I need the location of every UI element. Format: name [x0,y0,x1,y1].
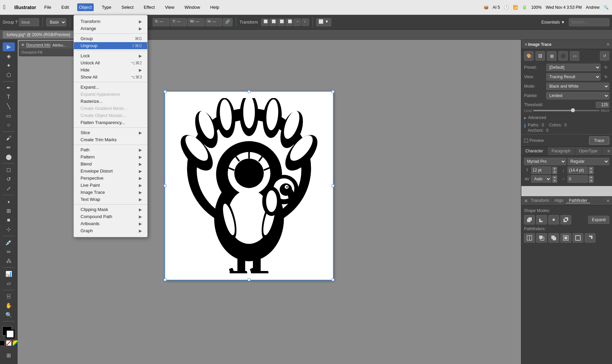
gradient-tool[interactable]: ■ [3,216,15,224]
menu-unlock-all[interactable]: Unlock All ⌥⌘2 [74,59,147,66]
menu-live-paint[interactable]: Live Paint ▶ [74,182,147,189]
kerning-input[interactable] [568,175,588,183]
tab-opentype[interactable]: OpenType [575,147,602,155]
leading-input[interactable] [568,166,588,174]
mode-select[interactable]: Black and White [546,83,609,90]
image-trace-close[interactable]: ✕ [524,42,528,47]
transform-tab[interactable]: Transform [528,198,552,203]
link-btn[interactable]: 🔗 [223,18,233,26]
threshold-slider[interactable] [533,110,600,111]
align-bottom-btn[interactable]: ⬜ [285,19,293,26]
menu-artboards[interactable]: Artboards ▶ [74,220,147,227]
exclude-btn[interactable] [560,215,571,224]
menu-edit[interactable]: Edit [59,3,71,11]
minus-back-btn[interactable] [585,233,595,243]
line-tool[interactable]: ╲ [3,102,15,111]
menu-object[interactable]: Object [77,3,94,11]
eraser-tool[interactable]: ◻ [3,165,15,174]
align-left-btn[interactable]: ⬜ [261,19,269,26]
menu-rasterize[interactable]: Rasterize... [74,98,147,105]
essentials-label[interactable]: Essentials ▼ [541,20,565,25]
magic-wand-tool[interactable]: ✦ [3,61,15,70]
font-size-down[interactable]: ▼ [552,171,557,174]
type-tool[interactable]: T [3,93,15,101]
symbol-spray-tool[interactable]: ⁂ [3,257,15,266]
preset-select[interactable]: [Default] [546,64,601,71]
direct-select-tool[interactable]: ◈ [3,52,15,61]
layer-icon[interactable]: ⊞ [3,349,15,361]
menu-lock[interactable]: Lock ▶ [74,52,147,59]
panel-collapse-icon[interactable]: ≡ [607,42,609,47]
align-tab[interactable]: Align [552,198,566,203]
trace-reset-btn[interactable]: ↺ [600,51,609,61]
menu-path[interactable]: Path ▶ [74,146,147,153]
preset-refresh[interactable]: ↻ [603,65,609,70]
select-tool[interactable]: ▶ [3,42,15,51]
font-family-select[interactable]: Myriad Pro [524,158,566,165]
none-color[interactable] [6,340,11,346]
apple-icon[interactable]:  [3,4,6,11]
tracking-down[interactable]: ▼ [552,179,557,183]
font-size-up[interactable]: ▲ [552,167,557,170]
menu-effect[interactable]: Effect [142,3,157,11]
menu-clipping-mask[interactable]: Clipping Mask ▶ [74,206,147,213]
pathfinder-tab-active[interactable]: Pathfinder [566,198,590,203]
mesh-tool[interactable]: ⊹ [3,225,15,234]
pen-tool[interactable]: ✒ [3,84,15,92]
tab-character[interactable]: Character [521,147,548,155]
search-icon[interactable]: 🔍 [604,5,609,10]
menu-type[interactable]: Type [100,3,113,11]
menu-blend[interactable]: Blend ▶ [74,160,147,168]
document-tab[interactable]: turkey.jpg* @ 200% (RGB/Preview) [3,31,74,38]
trace-grayscale-btn[interactable]: ▦ [547,51,556,61]
blend-tool[interactable]: ∞ [3,247,15,256]
slider-thumb[interactable] [571,108,575,112]
expand-btn[interactable]: Expand [588,216,609,224]
font-style-select[interactable]: Regular [568,158,610,165]
attributes-tab[interactable]: Attribu... [53,43,66,47]
kerning-down[interactable]: ▼ [589,179,593,183]
shape-builder-tool[interactable]: ⊞ [3,206,15,215]
menu-window[interactable]: Window [182,3,202,11]
ellipse-tool[interactable]: ○ [3,121,15,129]
kerning-up[interactable]: ▲ [589,176,593,179]
align-top-btn[interactable]: ⬜ [277,19,285,26]
lasso-tool[interactable]: ⬡ [3,70,15,79]
menu-text-wrap[interactable]: Text Wrap ▶ [74,196,147,203]
pathfinder-menu[interactable]: ≡ [607,198,609,203]
menu-image-trace[interactable]: Image Trace ▶ [74,189,147,196]
column-graph-tool[interactable]: 📊 [3,270,15,278]
pencil-tool[interactable]: ✏ [3,143,15,152]
menu-expand[interactable]: Expand... [74,84,147,91]
x-coord[interactable]: X: — [153,18,170,26]
panel-tab-menu[interactable]: ≡ [605,147,612,155]
menu-compound-path[interactable]: Compound Path ▶ [74,213,147,220]
view-select[interactable]: Tracing Result [546,73,601,81]
menu-view[interactable]: View [163,3,176,11]
artboard-tool[interactable]: ▱ [3,279,15,288]
flip-h-btn[interactable]: ↔ [294,19,301,26]
menu-arrange[interactable]: Arrange ▶ [74,25,147,32]
scale-tool[interactable]: ⤢ [3,184,15,193]
tracking-select[interactable]: Auto [531,175,551,183]
trace-bw-btn[interactable]: ⬛ [558,51,568,61]
slice-tool[interactable]: ⌸ [3,292,15,301]
menu-group[interactable]: Group ⌘G [74,35,147,42]
eyedropper-tool[interactable]: 💉 [3,238,15,247]
menu-show-all[interactable]: Show All ⌥⌘3 [74,73,147,81]
leading-up[interactable]: ▲ [589,167,593,170]
menu-envelope-distort[interactable]: Envelope Distort ▶ [74,168,147,175]
rect-tool[interactable]: ▭ [3,112,15,120]
view-refresh[interactable]: ↻ [603,74,609,79]
h-coord[interactable]: H: — [205,18,222,26]
advanced-row[interactable]: ▶ Advanced [521,114,612,121]
search-bar[interactable] [569,18,609,26]
divide-btn[interactable] [524,233,535,243]
menu-ungroup[interactable]: Ungroup ⇧⌘G [74,42,147,49]
menu-transform[interactable]: Transform ▶ [74,18,147,25]
black-color[interactable] [0,340,5,346]
trace-button[interactable]: Trace [589,136,609,145]
menu-graph[interactable]: Graph ▶ [74,227,147,234]
tab-paragraph[interactable]: Paragraph [548,147,575,155]
leading-down[interactable]: ▼ [589,171,593,174]
